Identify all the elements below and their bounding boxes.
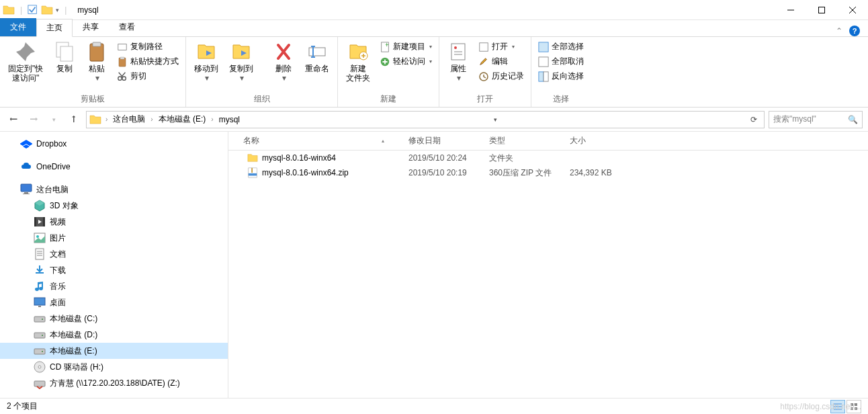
tree-drive-z[interactable]: 方青慧 (\\172.20.203.188\DATE) (Z:) [0,375,228,391]
search-icon[interactable]: 🔍 [848,115,858,124]
edit-button[interactable]: 编辑 [476,54,527,69]
new-folder-button[interactable]: 新建 文件夹 [342,38,374,85]
file-date: 2019/5/10 20:24 [403,153,484,163]
up-button[interactable]: 🠕 [66,112,82,128]
column-date[interactable]: 修改日期 [403,135,484,147]
navigation-bar: 🠔 🠖 ▾ 🠕 › 这台电脑 › 本地磁盘 (E:) › mysql ▾ ⟳ 搜… [0,108,868,132]
folder-icon[interactable] [41,4,53,16]
ribbon-help: ⌃ ? [836,26,868,36]
tree-drive-e[interactable]: 本地磁盘 (E:) [0,343,228,359]
breadcrumb-thispc[interactable]: 这台电脑 [109,112,149,126]
maximize-button[interactable] [806,0,837,20]
ribbon-tabs: 文件 主页 共享 查看 ⌃ ? [0,20,868,36]
svg-rect-35 [480,42,488,50]
tree-music[interactable]: 音乐 [0,278,228,294]
column-name[interactable]: 名称▴ [228,135,403,147]
select-all-button[interactable]: 全部选择 [535,40,587,54]
breadcrumb-drive[interactable]: 本地磁盘 (E:) [155,112,210,126]
zip-icon [247,167,258,178]
tree-dropbox[interactable]: Dropbox [0,136,228,152]
quick-access-toolbar: | ▾ | [0,4,72,16]
tree-pictures[interactable]: 图片 [0,230,228,246]
group-label-new: 新建 [342,92,435,107]
column-size[interactable]: 大小 [564,135,632,147]
address-bar[interactable]: › 这台电脑 › 本地磁盘 (E:) › mysql ▾ ⟳ [86,111,765,128]
tab-home[interactable]: 主页 [36,19,73,37]
folder-icon [247,153,258,163]
content-area: Dropbox OneDrive 这台电脑 3D 对象 视频 图片 文档 下载 … [0,132,868,410]
invert-selection-button[interactable]: 反向选择 [535,69,587,83]
folder-icon [89,114,101,126]
help-icon[interactable]: ? [849,26,860,36]
chevron-icon[interactable]: › [210,116,214,123]
chevron-icon[interactable]: › [149,116,154,123]
tree-drive-h[interactable]: CD 驱动器 (H:) [0,359,228,375]
delete-button[interactable]: 删除▾ [269,38,298,85]
tree-3d-objects[interactable]: 3D 对象 [0,198,228,214]
tree-drive-c[interactable]: 本地磁盘 (C:) [0,310,228,327]
open-button[interactable]: 打开▾ [476,40,527,54]
tree-onedrive[interactable]: OneDrive [0,159,228,175]
file-row[interactable]: mysql-8.0.16-winx642019/5/10 20:24文件夹 [228,151,868,165]
back-button[interactable]: 🠔 [5,112,21,128]
tab-view[interactable]: 查看 [109,18,145,36]
select-none-button[interactable]: 全部取消 [535,54,587,69]
tree-documents[interactable]: 文档 [0,246,228,262]
paste-button[interactable]: 粘贴▾ [82,38,112,85]
close-button[interactable] [837,0,868,20]
svg-rect-38 [539,71,544,81]
forward-button[interactable]: 🠖 [26,112,42,128]
paste-shortcut-button[interactable]: 粘贴快捷方式 [114,54,181,69]
column-headers: 名称▴ 修改日期 类型 大小 [228,132,868,151]
file-type: 文件夹 [484,153,564,164]
svg-rect-33 [382,42,389,51]
search-input[interactable]: 搜索"mysql" 🔍 [769,111,863,128]
cut-button[interactable]: 剪切 [114,69,181,83]
easy-access-button[interactable]: 轻松访问▾ [377,54,435,69]
svg-rect-31 [819,7,825,13]
group-label-open: 打开 [443,92,527,107]
item-count: 2 个项目 [7,401,38,412]
sort-up-icon: ▴ [382,138,384,144]
minimize-button[interactable] [775,0,806,20]
navigation-pane[interactable]: Dropbox OneDrive 这台电脑 3D 对象 视频 图片 文档 下载 … [0,132,228,410]
chevron-icon[interactable]: › [104,116,109,123]
title-bar: | ▾ | mysql [0,0,868,20]
svg-rect-39 [544,71,548,81]
file-name: mysql-8.0.16-winx64 [262,153,336,163]
group-label-clipboard: 剪贴板 [4,92,181,107]
copy-button[interactable]: 复制 [50,38,79,76]
file-list-area: 名称▴ 修改日期 类型 大小 mysql-8.0.16-winx642019/5… [228,132,868,410]
column-type[interactable]: 类型 [484,135,564,147]
move-to-button[interactable]: 移动到▾ [190,38,222,85]
tab-file[interactable]: 文件 [0,18,36,36]
tree-thispc[interactable]: 这台电脑 [0,181,228,198]
collapse-ribbon-icon[interactable]: ⌃ [836,26,842,36]
svg-rect-37 [539,56,548,66]
folder-icon [3,4,15,16]
file-row[interactable]: mysql-8.0.16-winx64.zip2019/5/10 20:1936… [228,165,868,180]
refresh-icon[interactable]: ⟳ [746,115,761,124]
copy-path-button[interactable]: 复制路径 [114,40,181,54]
rename-button[interactable]: 重命名 [301,38,333,76]
tab-share[interactable]: 共享 [73,18,109,36]
address-dropdown-icon[interactable]: ▾ [490,116,501,123]
ribbon: 固定到"快 速访问" 复制 粘贴▾ 复制路径 粘贴快捷方式 剪切 剪贴板 移动到… [0,36,868,108]
tree-downloads[interactable]: 下载 [0,262,228,278]
new-item-button[interactable]: 新建项目▾ [377,40,435,54]
breadcrumb-folder[interactable]: mysql [215,114,244,126]
tree-drive-d[interactable]: 本地磁盘 (D:) [0,327,228,343]
group-label-organize: 组织 [190,92,333,107]
svg-rect-32 [118,44,126,50]
group-label-select: 选择 [535,92,587,107]
file-name: mysql-8.0.16-winx64.zip [262,168,349,177]
recent-button[interactable]: ▾ [46,112,62,128]
history-button[interactable]: 历史记录 [476,69,527,83]
copy-to-button[interactable]: 复制到▾ [225,38,257,85]
tree-desktop[interactable]: 桌面 [0,294,228,310]
pin-to-quick-access-button[interactable]: 固定到"快 速访问" [4,38,47,85]
checkbox-icon[interactable] [28,5,38,15]
tree-videos[interactable]: 视频 [0,214,228,230]
properties-button[interactable]: 属性▾ [443,38,473,85]
file-date: 2019/5/10 20:19 [403,168,484,177]
